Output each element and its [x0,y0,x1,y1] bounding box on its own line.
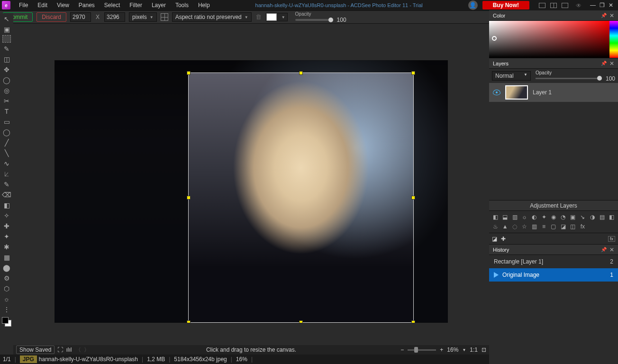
account-icon[interactable]: 👤 [468,0,478,10]
panel-close-icon[interactable]: ✕ [609,60,614,67]
history-item[interactable]: Original Image1 [489,268,618,282]
tool-7[interactable]: ◎ [1,86,12,95]
tool-11[interactable]: ◯ [1,127,12,136]
aspect-select[interactable]: Aspect ratio not preserved▼ [172,12,252,22]
preview-toggle-icon[interactable]: 👁 [576,2,584,8]
adj-icon-1[interactable]: ⬓ [500,213,509,221]
handle-mid-left[interactable] [187,196,191,200]
grid-icon[interactable] [161,13,168,21]
tool-16[interactable]: ✎ [1,180,12,189]
menu-layer[interactable]: Layer [147,0,171,10]
tool-4[interactable]: ◫ [1,55,12,64]
next-icon[interactable]: 〉 [84,346,90,354]
adj-icon-0[interactable]: ◧ [491,213,500,221]
handle-bottom-left[interactable] [187,320,191,323]
menu-help[interactable]: Help [193,0,215,10]
fit-icon[interactable]: ⛶ [57,346,63,353]
handle-bottom-center[interactable] [299,320,303,323]
tool-20[interactable]: ✚ [1,221,12,230]
discard-button[interactable]: Discard [36,12,66,22]
tool-12[interactable]: ╱ [1,138,12,147]
tool-23[interactable]: ▦ [1,253,12,262]
tool-28[interactable]: ⋮ [1,305,12,314]
zoom-1to1[interactable]: 1:1 [470,346,478,353]
zoom-in-icon[interactable]: + [440,346,443,353]
color-swatch-select[interactable]: ▼ [266,13,288,21]
adj-icon-22[interactable]: fx [578,222,587,231]
adj-icon-4[interactable]: ◐ [530,213,538,221]
fx-icon[interactable]: fx [608,236,615,242]
visibility-icon[interactable] [493,90,500,95]
layout-icons[interactable] [539,3,568,8]
tool-22[interactable]: ✱ [1,242,12,251]
tool-14[interactable]: ∿ [1,159,12,168]
zoom-slider[interactable] [408,349,436,351]
layout-split-icon[interactable] [550,3,557,8]
adj-icon-10[interactable]: ◑ [588,213,597,221]
histogram-icon[interactable]: ılıl [66,346,72,353]
tool-18[interactable]: ◧ [1,200,12,209]
pin-icon[interactable]: 📌 [601,13,607,18]
adj-icon-2[interactable]: ▥ [510,213,519,221]
adj-icon-9[interactable]: ↘ [578,213,587,221]
menu-panes[interactable]: Panes [74,0,100,10]
close-button[interactable]: ✕ [609,2,613,9]
layout-full-icon[interactable] [562,3,568,8]
minimize-button[interactable]: — [590,2,596,9]
menu-file[interactable]: File [14,0,33,10]
tool-1[interactable]: ▣ [1,25,12,34]
panel-close-icon[interactable]: ✕ [609,246,614,253]
tool-10[interactable]: ▭ [1,117,12,126]
tool-15[interactable]: ⟀ [1,169,12,178]
height-input[interactable] [104,12,125,22]
tool-0[interactable]: ↖ [1,14,12,23]
pin-icon[interactable]: 📌 [601,61,607,66]
tool-6[interactable]: ◯ [1,75,12,84]
adj-icon-19[interactable]: ▢ [549,222,558,231]
adj-icon-7[interactable]: ◔ [559,213,567,221]
adj-icon-15[interactable]: ◌ [510,222,519,231]
menu-view[interactable]: View [52,0,74,10]
handle-top-left[interactable] [187,71,191,75]
tool-24[interactable]: ⬤ [1,263,12,272]
handle-top-right[interactable] [411,71,415,75]
zoom-fit-icon[interactable]: ⊡ [482,346,486,353]
opacity-slider[interactable] [295,19,333,21]
tool-2[interactable] [2,35,11,43]
new-adj-icon[interactable]: ◪ [492,236,497,242]
adj-icon-11[interactable]: ▤ [598,213,606,221]
zoom-out-icon[interactable]: − [400,346,404,353]
layout-single-icon[interactable] [539,3,545,8]
maximize-button[interactable]: ❐ [600,2,605,9]
buy-now-button[interactable]: Buy Now! [482,1,529,9]
history-item[interactable]: Rectangle [Layer 1]2 [489,255,618,268]
width-input[interactable] [70,12,91,22]
menu-select[interactable]: Select [100,0,125,10]
trash-icon[interactable] [255,13,262,21]
adj-icon-17[interactable]: ▥ [530,222,538,231]
pin-icon[interactable]: 📌 [601,247,607,252]
handle-mid-right[interactable] [411,196,415,200]
tool-21[interactable]: ✦ [1,232,12,241]
layer-opacity-slider[interactable] [536,78,602,79]
fg-bg-swatch[interactable] [2,317,11,327]
adj-icon-20[interactable]: ◪ [559,222,567,231]
show-saved-button[interactable]: Show Saved [16,346,55,354]
units-select[interactable]: pixels▼ [129,12,157,22]
tool-8[interactable]: ✂ [1,96,12,105]
tool-27[interactable]: ☼ [1,294,12,303]
adj-icon-8[interactable]: ▣ [569,213,577,221]
tool-5[interactable]: ✥ [1,65,12,74]
tool-13[interactable]: ╲ [1,148,12,157]
crop-rectangle[interactable] [188,73,414,323]
tool-19[interactable]: ✧ [1,211,12,220]
adj-icon-18[interactable]: ≡ [539,222,548,231]
color-picker[interactable] [489,21,609,58]
adj-icon-21[interactable]: ◫ [569,222,577,231]
blend-mode-select[interactable]: Normal▼ [492,71,531,81]
adj-icon-16[interactable]: ☆ [520,222,528,231]
adj-icon-5[interactable]: ✦ [539,213,548,221]
handle-top-center[interactable] [299,71,303,75]
tool-9[interactable]: T [1,107,12,116]
zoom-dropdown[interactable]: ▼ [462,348,466,352]
